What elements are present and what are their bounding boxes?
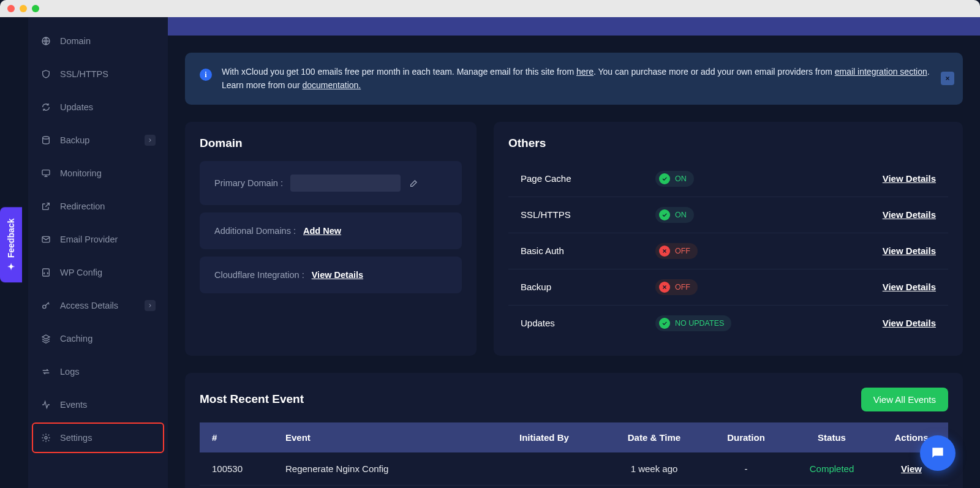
view-details-link[interactable]: View Details (883, 173, 936, 184)
swap-icon (40, 366, 51, 377)
refresh-icon (40, 102, 51, 113)
sidebar-item-events[interactable]: Events (28, 388, 168, 421)
sidebar-item-label: Redirection (60, 201, 105, 211)
others-row-ssl: SSL/HTTPS ON View Details (508, 197, 948, 233)
additional-domains-label: Additional Domains : (214, 226, 296, 236)
banner-text: With xCloud you get 100 emails free per … (222, 65, 948, 92)
window-close-dot[interactable] (7, 5, 15, 12)
others-card: Others Page Cache ON View Details SSL/HT… (494, 122, 963, 356)
domain-card-title: Domain (200, 137, 462, 150)
external-link-icon (40, 201, 51, 212)
table-row: 100529 Regenerate Nginx Config 1 week ag… (200, 485, 948, 488)
mail-icon (40, 234, 51, 245)
cell-when: 1 week ago (605, 452, 703, 486)
banner-text-part: . You can purchase more or add your own … (594, 67, 835, 77)
close-icon (659, 282, 670, 293)
sidebar-item-monitoring[interactable]: Monitoring (28, 157, 168, 190)
status-badge-on: ON (655, 207, 694, 223)
sidebar-item-access-details[interactable]: Access Details (28, 289, 168, 322)
window-maximize-dot[interactable] (32, 5, 39, 12)
window-titlebar (0, 0, 980, 17)
sidebar-item-label: Caching (60, 334, 92, 343)
chat-fab[interactable] (920, 435, 956, 471)
svg-rect-4 (43, 269, 50, 276)
status-badge-off: OFF (655, 279, 698, 295)
view-details-link[interactable]: View Details (883, 246, 936, 256)
col-duration: Duration (703, 422, 789, 452)
events-table: # Event Initiated By Date & Time Duratio… (200, 422, 948, 488)
sidebar-item-label: Access Details (60, 301, 118, 310)
cell-duration: - (703, 452, 789, 486)
cell-duration: - (703, 485, 789, 488)
status-badge-text: OFF (675, 247, 690, 255)
sidebar-item-email-provider[interactable]: Email Provider (28, 223, 168, 256)
sidebar-item-label: Settings (60, 433, 92, 443)
view-details-link[interactable]: View Details (883, 318, 936, 328)
others-row-backup: Backup OFF View Details (508, 269, 948, 306)
status-badge-text: OFF (675, 283, 690, 291)
sidebar-item-caching[interactable]: Caching (28, 322, 168, 355)
events-card: Most Recent Event View All Events # Even… (185, 373, 963, 488)
sidebar-item-label: Domain (60, 36, 91, 46)
key-icon (40, 300, 51, 311)
cloudflare-label: Cloudflare Integration : (214, 270, 304, 280)
view-event-link[interactable]: View (901, 464, 922, 474)
view-details-link[interactable]: View Details (883, 282, 936, 292)
chevron-right-icon (145, 300, 156, 311)
others-row-label: Basic Auth (521, 246, 655, 256)
sidebar-item-domain[interactable]: Domain (28, 24, 168, 58)
view-details-link[interactable]: View Details (883, 209, 936, 220)
domain-card: Domain Primary Domain : Additional Domai… (185, 122, 477, 356)
monitor-icon (40, 168, 51, 179)
view-all-events-button[interactable]: View All Events (861, 388, 948, 411)
col-initiated-by: Initiated By (507, 422, 605, 452)
check-icon (659, 173, 670, 184)
status-badge-on: NO UPDATES (655, 315, 731, 331)
sidebar-item-redirection[interactable]: Redirection (28, 190, 168, 223)
sidebar-item-backup[interactable]: Backup (28, 124, 168, 157)
sidebar-item-label: Events (60, 400, 87, 410)
banner-link-integration[interactable]: email integration section (835, 67, 927, 77)
add-new-link[interactable]: Add New (303, 226, 341, 236)
sidebar-item-logs[interactable]: Logs (28, 355, 168, 388)
banner-link-here[interactable]: here (576, 67, 594, 77)
file-code-icon (40, 267, 51, 278)
cell-by (507, 485, 605, 488)
additional-domains-row: Additional Domains : Add New (200, 212, 462, 249)
sidebar-item-ssl[interactable]: SSL/HTTPS (28, 58, 168, 91)
sidebar-item-label: SSL/HTTPS (60, 69, 108, 79)
sidebar-item-updates[interactable]: Updates (28, 91, 168, 124)
cell-status: Completed (789, 485, 875, 488)
sidebar-item-label: Updates (60, 102, 93, 112)
col-id: # (200, 422, 273, 452)
primary-domain-row: Primary Domain : (200, 161, 462, 205)
col-status: Status (789, 422, 875, 452)
cell-event: Regenerate Nginx Config (273, 485, 507, 488)
sidebar-item-label: Email Provider (60, 235, 118, 244)
banner-link-docs[interactable]: documentation. (303, 80, 361, 90)
others-card-title: Others (508, 137, 948, 150)
others-row-page-cache: Page Cache ON View Details (508, 161, 948, 197)
sidebar-item-wp-config[interactable]: WP Config (28, 256, 168, 289)
cell-when: 1 week ago (605, 485, 703, 488)
status-badge-text: NO UPDATES (675, 319, 724, 328)
svg-point-5 (43, 305, 46, 308)
feedback-label: Feedback (6, 219, 16, 258)
others-row-label: Page Cache (521, 173, 655, 184)
primary-domain-label: Primary Domain : (214, 178, 283, 188)
status-badge-on: ON (655, 171, 694, 187)
cloudflare-view-details-link[interactable]: View Details (312, 270, 363, 280)
banner-close-button[interactable] (941, 72, 954, 85)
sidebar-item-settings[interactable]: Settings (32, 422, 164, 453)
info-icon (200, 69, 212, 81)
cell-event: Regenerate Nginx Config (273, 452, 507, 486)
cell-by (507, 452, 605, 486)
status-badge-off: OFF (655, 243, 698, 259)
globe-icon (40, 36, 51, 47)
feedback-tab[interactable]: ✦ Feedback (0, 208, 22, 283)
window-minimize-dot[interactable] (20, 5, 27, 12)
svg-point-1 (43, 137, 50, 139)
col-datetime: Date & Time (605, 422, 703, 452)
edit-icon[interactable] (409, 178, 419, 188)
check-icon (659, 209, 670, 220)
